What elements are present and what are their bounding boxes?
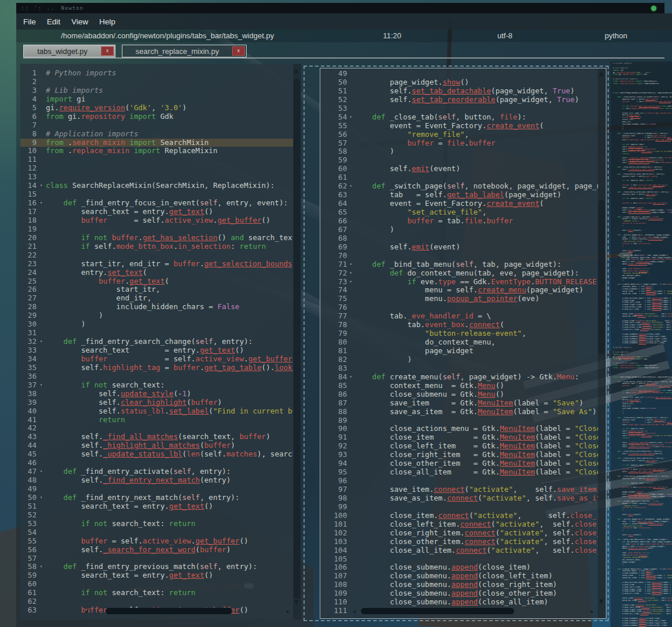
code-line: 19 bbox=[20, 225, 293, 234]
menu-help[interactable]: Help bbox=[96, 16, 118, 28]
code-text: ) bbox=[355, 147, 598, 156]
fold-arrow-icon bbox=[347, 147, 355, 156]
line-number: 84 bbox=[320, 373, 347, 382]
menu-edit[interactable]: Edit bbox=[44, 16, 63, 28]
code-text: buffer = self.active_view.get_buffer() bbox=[46, 216, 293, 225]
code-line: 90 close_actions_menu = Gtk.MenuItem(lab… bbox=[320, 425, 598, 433]
code-text: self.clear_highlight(buffer) bbox=[46, 398, 293, 407]
menu-view[interactable]: View bbox=[68, 16, 91, 28]
scrollbar-thumb-horizontal-right[interactable] bbox=[361, 608, 514, 614]
fold-arrow-icon[interactable]: ▾ bbox=[37, 338, 46, 346]
code-line: 50 page_widget.show() bbox=[320, 78, 598, 87]
fold-arrow-icon bbox=[347, 173, 355, 182]
fold-arrow-icon bbox=[347, 165, 355, 173]
code-text: from .search_mixin import SearchMixin bbox=[46, 139, 293, 147]
code-text: entry.set_text( bbox=[46, 269, 293, 277]
fold-arrow-icon[interactable]: ▾ bbox=[347, 269, 355, 278]
scrollbar-thumb-vertical-left[interactable] bbox=[294, 79, 300, 599]
fold-arrow-icon[interactable]: ▾ bbox=[347, 278, 355, 287]
code-line: 27 end_itr, bbox=[20, 294, 293, 303]
code-text bbox=[355, 156, 598, 165]
scroll-up-arrow-left[interactable]: ▲ bbox=[294, 68, 299, 74]
line-number: 14 bbox=[20, 182, 37, 190]
code-text: "button-release-event", bbox=[355, 329, 598, 338]
code-text: menu = self.create_menu(page_widget) bbox=[355, 286, 598, 295]
menu-file[interactable]: File bbox=[20, 16, 39, 28]
scroll-down-arrow-left[interactable]: ▼ bbox=[294, 599, 299, 605]
code-line: 32▾ def _find_entry_search_change(self, … bbox=[20, 338, 293, 346]
fold-arrow-icon bbox=[37, 78, 46, 86]
tab-tabs_widget-py[interactable]: tabs_widget.pyx bbox=[23, 45, 115, 57]
code-text bbox=[355, 104, 598, 113]
fold-arrow-icon[interactable]: ▾ bbox=[37, 199, 46, 208]
fold-arrow-icon[interactable]: ▾ bbox=[37, 563, 46, 571]
minimap[interactable]: # Python imports# Lib importsimport gigi… bbox=[610, 61, 672, 627]
fold-arrow-icon[interactable]: ▾ bbox=[37, 182, 46, 190]
fold-arrow-icon[interactable]: ▾ bbox=[347, 113, 355, 122]
line-number: 59 bbox=[320, 156, 347, 165]
scroll-up-arrow-right[interactable]: ▲ bbox=[599, 71, 604, 77]
fold-arrow-icon bbox=[37, 355, 46, 364]
code-line: 108 close_submenu.append(close_right_ite… bbox=[320, 581, 598, 589]
code-text: include_hidden_chars = False bbox=[46, 303, 293, 311]
fold-arrow-icon[interactable]: ▾ bbox=[347, 373, 355, 382]
line-number: 2 bbox=[20, 78, 37, 86]
line-number: 50 bbox=[20, 494, 37, 502]
line-number: 24 bbox=[20, 269, 37, 277]
code-line: 75 menu.popup_at_pointer(eve) bbox=[320, 295, 598, 303]
fold-arrow-icon bbox=[347, 512, 355, 520]
scrollbar-thumb-horizontal-left[interactable] bbox=[106, 608, 232, 614]
minimap-line: save_as_item = Gtk.MenuItem(label = "Sav… bbox=[613, 577, 672, 579]
scroll-down-arrow-right[interactable]: ▼ bbox=[599, 599, 604, 604]
fold-arrow-icon[interactable]: ▾ bbox=[37, 467, 46, 476]
tab-close-button[interactable]: x bbox=[101, 46, 114, 56]
code-line: 57 bbox=[20, 554, 293, 563]
code-line: 77 tab._eve_handler_id = \ bbox=[320, 312, 598, 321]
code-text bbox=[46, 173, 293, 182]
scroll-right-arrow-left[interactable]: ▸ bbox=[287, 608, 290, 614]
scrollbar-thumb-vertical-right[interactable] bbox=[598, 200, 605, 355]
line-number: 97 bbox=[320, 485, 347, 494]
fold-arrow-icon bbox=[347, 338, 355, 347]
tab-search_replace_mixin-py[interactable]: search_replace_mixin.pyx bbox=[122, 45, 247, 57]
fold-arrow-icon bbox=[347, 217, 355, 226]
window-control-dot[interactable] bbox=[651, 6, 656, 11]
line-number: 57 bbox=[20, 554, 37, 563]
line-number: 52 bbox=[20, 511, 37, 520]
code-line: 59 search_text = entry.get_text() bbox=[20, 571, 293, 580]
minimap-line: save_as_item = Gtk.MenuItem(label = "Sav… bbox=[613, 293, 672, 295]
line-number: 37 bbox=[20, 381, 37, 390]
fold-arrow-icon bbox=[37, 528, 46, 537]
fold-arrow-icon[interactable]: ▾ bbox=[37, 494, 46, 502]
fold-arrow-icon bbox=[37, 234, 46, 242]
code-line: 97 save_item.connect("activate", self.sa… bbox=[320, 485, 598, 494]
code-text: self.status_lbl.set_label("Find in curre… bbox=[46, 407, 293, 416]
code-line: 101 close_left_item.connect("activate", … bbox=[320, 520, 598, 529]
scroll-left-arrow-right[interactable]: ◂ bbox=[353, 608, 356, 614]
fold-arrow-icon bbox=[37, 121, 46, 130]
line-number: 33 bbox=[20, 346, 37, 355]
code-line: 65 "set_active_file", bbox=[320, 208, 598, 217]
fold-arrow-icon bbox=[347, 477, 355, 485]
fold-arrow-icon[interactable]: ▾ bbox=[347, 260, 355, 269]
code-line: 24 entry.set_text( bbox=[20, 269, 293, 277]
editor-pane-right[interactable]: 4950 page_widget.show()51 self.set_tab_d… bbox=[320, 68, 606, 619]
editor-pane-left[interactable]: 1# Python imports23# Lib imports4import … bbox=[20, 64, 301, 619]
tab-close-button[interactable]: x bbox=[232, 46, 245, 56]
code-text: ) bbox=[355, 356, 598, 364]
fold-arrow-icon[interactable]: ▾ bbox=[37, 381, 46, 390]
line-number: 16 bbox=[20, 199, 37, 208]
fold-arrow-icon bbox=[347, 87, 355, 96]
fold-arrow-icon[interactable]: ▾ bbox=[347, 182, 355, 191]
code-line: 79 "button-release-event", bbox=[320, 329, 598, 338]
code-text bbox=[355, 70, 598, 78]
scroll-right-arrow-right[interactable]: ▸ bbox=[591, 608, 594, 614]
minimap-line: self.set_tab_reorderable(page_widget, Tr… bbox=[613, 212, 672, 214]
code-text: ) bbox=[46, 311, 293, 320]
title-bar[interactable]: :: ': ..Newton bbox=[16, 3, 664, 13]
fold-arrow-icon bbox=[347, 390, 355, 399]
fold-arrow-icon bbox=[347, 104, 355, 113]
scroll-left-arrow-left[interactable]: ◂ bbox=[85, 608, 88, 614]
fold-arrow-icon bbox=[37, 589, 46, 597]
code-line: 102 close_right_item.connect("activate",… bbox=[320, 529, 598, 538]
